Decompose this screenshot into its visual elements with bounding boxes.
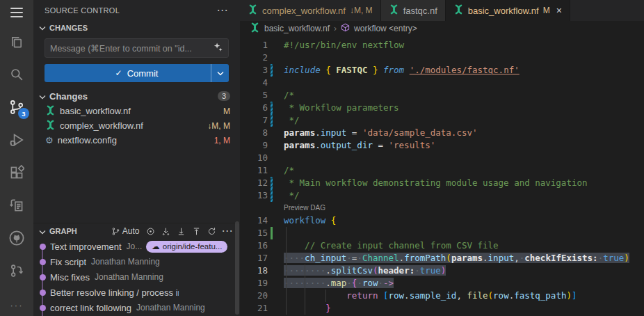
close-icon[interactable]: ×	[556, 6, 562, 15]
changed-file-row[interactable]: basic_workflow.nfM	[33, 104, 240, 118]
gutter-modified-bar	[271, 189, 280, 202]
fetch-icon[interactable]	[161, 227, 170, 236]
commit-row[interactable]: Better resolve linking / process inspect…	[33, 285, 240, 300]
refresh-icon[interactable]	[207, 227, 216, 236]
tab-label: basic_workflow.nf	[468, 6, 539, 16]
line-number: 13	[240, 189, 268, 202]
code-line[interactable]: 10	[240, 152, 644, 164]
gear-icon: ⚙	[45, 136, 54, 145]
changed-file-row[interactable]: ⚙nextflow.config1, M	[33, 133, 240, 148]
changes-tree-header[interactable]: Changes 3	[33, 88, 240, 104]
code-line-text: /*	[280, 89, 294, 102]
run-debug-icon[interactable]	[0, 123, 33, 156]
pull-icon[interactable]	[177, 227, 186, 236]
sparkle-icon[interactable]	[213, 42, 223, 55]
branch-ref-badge[interactable]: ☁origin/ide-featu...	[146, 241, 227, 253]
line-number: 3	[240, 64, 268, 77]
code-line[interactable]: 4	[240, 77, 644, 89]
code-line-text: * Main workflow demonstrating module usa…	[280, 177, 588, 189]
graph-auto-toggle[interactable]: Auto	[111, 226, 140, 236]
gutter-indicator	[271, 252, 280, 264]
sidebar-scrollbar[interactable]	[235, 221, 239, 315]
line-number: 11	[240, 164, 268, 177]
commit-row[interactable]: correct link followingJonathan Manning	[33, 300, 240, 315]
branch-icon	[111, 227, 120, 236]
breadcrumb[interactable]: basic_workflow.nf › workflow <entry>	[240, 21, 644, 36]
commit-message: Misc fixes	[50, 272, 90, 283]
code-line[interactable]: 18········.splitCsv(header:·true)	[240, 264, 644, 277]
code-line-text	[280, 77, 284, 89]
codelens-label[interactable]: Preview DAG	[280, 202, 325, 214]
source-control-icon[interactable]: 3	[0, 90, 33, 123]
activity-more-icon[interactable]: ···	[10, 294, 24, 316]
gutter-indicator	[271, 139, 280, 152]
code-editor[interactable]: 1#!/usr/bin/env nextflow23include { FAST…	[240, 36, 644, 316]
breadcrumb-file[interactable]: basic_workflow.nf	[264, 24, 330, 33]
graph-more-icon[interactable]: ···	[223, 226, 234, 236]
tab-bar: complex_workflow.nf↓M, Mfastqc.nfbasic_w…	[240, 0, 644, 21]
search-icon[interactable]	[0, 58, 33, 90]
code-line[interactable]: 6 * Workflow parameters	[240, 102, 644, 114]
code-line[interactable]: 7 */	[240, 114, 644, 127]
graph-section: GRAPH Auto ··· Text improvementJo...☁ori…	[33, 223, 240, 316]
code-line[interactable]: 15	[240, 227, 644, 239]
gutter-indicator	[271, 214, 280, 227]
menu-icon[interactable]	[0, 0, 33, 25]
commit-dropdown-button[interactable]	[211, 64, 229, 82]
code-line[interactable]: 8params.input = 'data/sample_data.csv'	[240, 127, 644, 139]
changes-section-header[interactable]: CHANGES	[33, 21, 240, 35]
git-graph-icon[interactable]	[0, 254, 33, 287]
explorer-icon[interactable]	[0, 25, 33, 58]
gutter-indicator	[271, 77, 280, 89]
commit-row[interactable]: Text improvementJo...☁origin/ide-featu..…	[33, 239, 240, 254]
indent-guide	[325, 290, 326, 302]
gutter-indicator	[271, 89, 280, 102]
line-number: 19	[240, 277, 268, 290]
commit-row[interactable]: Misc fixesJonathan Manning	[33, 269, 240, 285]
source-control-sidebar: SOURCE CONTROL ··· CHANGES Message (⌘Ent…	[33, 0, 240, 316]
tab-complex_workflow.nf[interactable]: complex_workflow.nf↓M, M	[240, 0, 381, 21]
code-line[interactable]: 11/*	[240, 164, 644, 177]
code-line[interactable]: 2	[240, 52, 644, 64]
code-line[interactable]: 12 * Main workflow demonstrating module …	[240, 177, 644, 189]
code-line[interactable]: 17····ch_input·=·Channel.fromPath(params…	[240, 252, 644, 264]
nextflow-file-icon	[45, 120, 56, 132]
extensions-icon[interactable]	[0, 156, 33, 189]
code-line[interactable]: 9params.output_dir = 'results'	[240, 139, 644, 152]
gutter-spacer	[271, 202, 280, 214]
codelens-row[interactable]: Preview DAG	[240, 202, 644, 214]
line-number: 4	[240, 77, 268, 89]
code-line[interactable]: 16 // Create input channel from CSV file	[240, 239, 644, 252]
commit-author: Jonathan Manning	[91, 257, 160, 267]
code-line[interactable]: 13 */	[240, 189, 644, 202]
line-number: 7	[240, 114, 268, 127]
graph-commit-list: Text improvementJo...☁origin/ide-featu..…	[33, 239, 240, 315]
commit-button[interactable]: ✓ Commit	[45, 64, 229, 82]
nextflow-file-icon	[248, 4, 258, 17]
tab-basic_workflow.nf[interactable]: basic_workflow.nfM×	[446, 0, 570, 21]
commit-message-input[interactable]: Message (⌘Enter to commit on "id...	[45, 38, 229, 58]
code-line[interactable]: 1#!/usr/bin/env nextflow	[240, 39, 644, 52]
line-number: 17	[240, 252, 268, 264]
tab-fastqc.nf[interactable]: fastqc.nf	[381, 0, 446, 21]
file-status-badge: 1, M	[214, 136, 230, 145]
code-line[interactable]: 19········.map·{·row·->	[240, 277, 644, 290]
code-line[interactable]: 3include { FASTQC } from './modules/fast…	[240, 64, 644, 77]
code-line[interactable]: 14workflow {	[240, 214, 644, 227]
push-icon[interactable]	[192, 227, 201, 236]
code-line[interactable]: 21 }	[240, 302, 644, 315]
cloud-icon: ☁	[152, 242, 160, 251]
target-icon[interactable]	[146, 227, 155, 236]
references-icon[interactable]	[0, 189, 33, 221]
breadcrumb-symbol[interactable]: workflow <entry>	[354, 24, 417, 33]
sidebar-more-icon[interactable]: ···	[218, 6, 230, 15]
code-line[interactable]: 5/*	[240, 89, 644, 102]
code-line-text	[280, 152, 284, 164]
changed-file-row[interactable]: complex_workflow.nf↓M, M	[33, 118, 240, 133]
github-icon[interactable]	[0, 221, 33, 254]
code-line[interactable]: 20 return [row.sample_id, file(row.fastq…	[240, 290, 644, 302]
line-number: 1	[240, 39, 268, 52]
commit-row[interactable]: Fix scriptJonathan Manning	[33, 254, 240, 269]
line-number: 2	[240, 52, 268, 64]
file-name: basic_workflow.nf	[60, 106, 131, 116]
